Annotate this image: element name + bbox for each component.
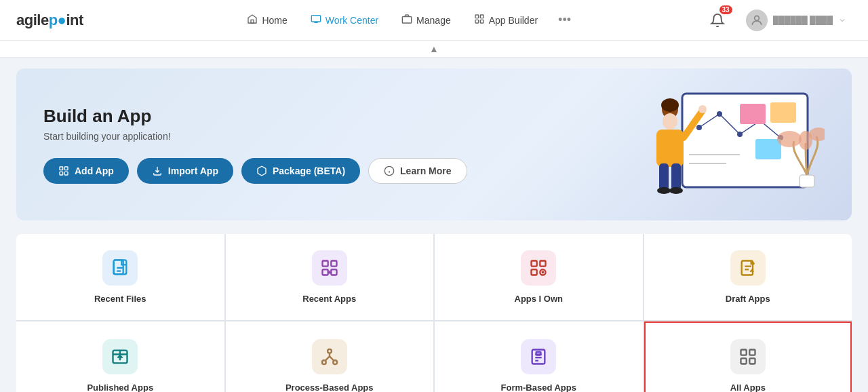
recent-apps-icon (320, 258, 339, 277)
hero-illustration (621, 90, 825, 199)
svg-rect-64 (749, 358, 755, 364)
svg-rect-49 (532, 269, 537, 275)
recent-apps-icon-wrap (312, 250, 347, 286)
svg-point-53 (328, 349, 332, 353)
package-beta-button[interactable]: Package (BETA) (241, 158, 360, 184)
notifications-button[interactable]: 33 (705, 8, 730, 33)
svg-rect-9 (64, 167, 68, 170)
form-based-apps-icon-wrap (521, 339, 556, 374)
category-label-process-based-apps: Process-Based Apps (285, 383, 374, 392)
process-based-apps-icon (320, 347, 339, 366)
svg-rect-20 (770, 102, 796, 123)
svg-rect-63 (741, 358, 746, 364)
apps-i-own-icon (529, 258, 548, 277)
hero-title: Build an App (43, 106, 621, 127)
svg-rect-29 (659, 163, 669, 191)
svg-point-7 (754, 16, 759, 20)
recent-files-icon-wrap (102, 250, 138, 286)
category-recent-apps[interactable]: Recent Apps (226, 234, 434, 320)
category-draft-apps[interactable]: Draft Apps (644, 234, 852, 320)
svg-point-31 (657, 187, 671, 194)
category-label-recent-files: Recent Files (94, 294, 146, 304)
logo[interactable]: agilep●int (16, 12, 83, 29)
hero-banner: Build an App Start building your applica… (16, 68, 852, 220)
svg-rect-19 (740, 104, 766, 124)
svg-rect-3 (475, 15, 479, 18)
svg-rect-61 (741, 350, 746, 355)
svg-point-55 (333, 360, 337, 364)
svg-rect-2 (402, 16, 411, 22)
package-icon (256, 165, 267, 176)
all-apps-icon-wrap (730, 339, 766, 374)
category-published-apps[interactable]: Published Apps (16, 321, 224, 392)
svg-rect-11 (64, 172, 68, 175)
main-content: Build an App Start building your applica… (0, 58, 868, 392)
manage-icon (401, 14, 412, 27)
category-form-based-apps[interactable]: Form-Based Apps (435, 321, 643, 392)
svg-rect-26 (656, 130, 684, 167)
svg-rect-1 (311, 15, 320, 21)
import-app-button[interactable]: Import App (137, 158, 233, 184)
svg-rect-45 (322, 269, 328, 275)
svg-rect-5 (475, 20, 479, 23)
svg-rect-48 (540, 261, 546, 267)
svg-rect-62 (749, 350, 755, 355)
chevron-down-icon (838, 16, 846, 24)
category-label-form-based-apps: Form-Based Apps (501, 383, 576, 392)
add-app-button[interactable]: Add App (43, 158, 129, 184)
category-label-published-apps: Published Apps (87, 383, 153, 392)
nav-label-work-center: Work Center (326, 15, 378, 26)
hero-buttons: Add App Import App Package (BETA) Learn … (43, 158, 621, 184)
nav-label-manage: Manage (416, 15, 451, 26)
add-app-icon (58, 165, 69, 176)
nav-item-home[interactable]: Home (237, 8, 296, 33)
svg-rect-44 (331, 261, 336, 267)
apps-i-own-icon-wrap (521, 250, 556, 286)
work-center-icon (311, 14, 321, 27)
recent-files-icon (111, 258, 130, 277)
nav-label-home: Home (262, 15, 287, 26)
svg-point-28 (698, 105, 707, 113)
published-apps-icon-wrap (102, 339, 138, 374)
category-label-all-apps: All Apps (730, 383, 766, 392)
category-process-based-apps[interactable]: Process-Based Apps (226, 321, 434, 392)
nav-item-app-builder[interactable]: App Builder (465, 8, 547, 33)
nav-item-manage[interactable]: Manage (392, 8, 460, 33)
svg-rect-30 (671, 163, 681, 191)
draft-apps-icon-wrap (730, 250, 766, 286)
collapse-bar[interactable]: ▲ (0, 41, 868, 58)
hero-content: Build an App Start building your applica… (43, 106, 621, 184)
notification-badge: 33 (719, 5, 732, 14)
user-menu-button[interactable]: ██████ ████ (741, 7, 852, 34)
published-apps-icon (111, 347, 130, 366)
draft-apps-icon (738, 258, 757, 277)
form-based-apps-icon (529, 347, 548, 366)
svg-point-36 (777, 131, 802, 147)
category-label-draft-apps: Draft Apps (726, 294, 770, 304)
svg-point-34 (663, 113, 677, 130)
svg-point-32 (669, 187, 683, 194)
category-recent-files[interactable]: Recent Files (16, 234, 224, 320)
hero-subtitle: Start building your application! (43, 131, 621, 142)
logo-text: agilep●int (16, 12, 83, 29)
nav-more-button[interactable]: ••• (551, 7, 578, 33)
svg-point-38 (799, 131, 812, 150)
category-apps-i-own[interactable]: Apps I Own (435, 234, 643, 320)
category-all-apps[interactable]: All Apps (644, 321, 852, 392)
header: agilep●int Home Work Center Manage Ap (0, 0, 868, 41)
svg-rect-43 (322, 261, 328, 267)
svg-rect-47 (532, 261, 537, 267)
svg-rect-10 (60, 172, 63, 175)
avatar (746, 9, 768, 31)
chevron-up-icon[interactable]: ▲ (429, 43, 439, 54)
hero-illustration-svg (621, 90, 825, 202)
nav-item-work-center[interactable]: Work Center (301, 8, 388, 33)
learn-more-button[interactable]: Learn More (368, 158, 467, 184)
svg-rect-6 (480, 20, 484, 23)
svg-rect-46 (331, 269, 336, 275)
svg-point-25 (661, 98, 679, 112)
process-based-apps-icon-wrap (312, 339, 347, 374)
svg-rect-4 (480, 15, 484, 18)
category-grid: Recent Files Recent Apps (16, 234, 852, 392)
all-apps-icon (738, 347, 757, 366)
